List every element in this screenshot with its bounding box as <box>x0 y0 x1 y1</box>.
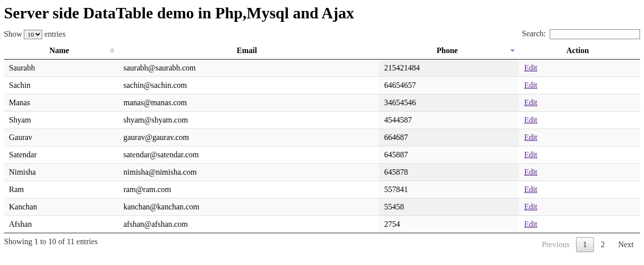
col-header-action[interactable]: Action <box>519 42 640 60</box>
edit-link[interactable]: Edit <box>524 185 537 194</box>
cell-name: Shyam <box>4 112 119 129</box>
col-header-name[interactable]: Name <box>4 42 119 60</box>
search-input[interactable] <box>550 29 640 39</box>
edit-link[interactable]: Edit <box>524 220 537 228</box>
cell-action: Edit <box>519 164 640 181</box>
length-select[interactable]: 10 <box>24 30 42 39</box>
page-button-2[interactable]: 2 <box>594 237 612 252</box>
sort-desc-icon <box>510 50 515 52</box>
table-row: Kanchankanchan@kanchan.com55458Edit <box>4 199 640 216</box>
cell-action: Edit <box>519 199 640 216</box>
edit-link[interactable]: Edit <box>524 81 537 89</box>
cell-action: Edit <box>519 216 640 233</box>
cell-phone: 645887 <box>379 146 519 164</box>
cell-phone: 215421484 <box>379 60 519 77</box>
search-control: Search: <box>522 29 640 39</box>
pagination: Previous12Next <box>535 237 640 252</box>
cell-action: Edit <box>519 181 640 199</box>
cell-phone: 664687 <box>379 129 519 146</box>
table-row: Saurabhsaurabh@saurabh.com215421484Edit <box>4 60 640 77</box>
edit-link[interactable]: Edit <box>524 64 537 72</box>
cell-email: gaurav@gaurav.com <box>119 129 380 146</box>
cell-name: Nimisha <box>4 164 119 181</box>
edit-link[interactable]: Edit <box>524 202 537 211</box>
table-row: Nimishanimisha@nimisha.com645878Edit <box>4 164 640 181</box>
col-header-name-label: Name <box>49 46 69 55</box>
cell-phone: 557841 <box>379 181 519 199</box>
cell-phone: 55458 <box>379 199 519 216</box>
cell-phone: 2754 <box>379 216 519 233</box>
cell-email: kanchan@kanchan.com <box>119 199 380 216</box>
edit-link[interactable]: Edit <box>524 133 537 141</box>
cell-action: Edit <box>519 146 640 164</box>
cell-name: Sachin <box>4 77 119 94</box>
cell-phone: 64654657 <box>379 77 519 94</box>
table-row: Gauravgaurav@gaurav.com664687Edit <box>4 129 640 146</box>
cell-name: Satendar <box>4 146 119 164</box>
edit-link[interactable]: Edit <box>524 150 537 159</box>
length-suffix: entries <box>44 30 65 38</box>
table-row: Afshanafshan@afshan.com2754Edit <box>4 216 640 233</box>
cell-name: Manas <box>4 94 119 112</box>
table-row: Ramram@ram.com557841Edit <box>4 181 640 199</box>
sort-icon <box>110 48 115 54</box>
cell-phone: 645878 <box>379 164 519 181</box>
table-row: Shyamshyam@shyam.com4544587Edit <box>4 112 640 129</box>
cell-phone: 4544587 <box>379 112 519 129</box>
page-title: Server side DataTable demo in Php,Mysql … <box>4 4 640 22</box>
table-row: Satendarsatendar@satendar.com645887Edit <box>4 146 640 164</box>
cell-email: manas@manas.com <box>119 94 380 112</box>
table-row: Manasmanas@manas.com34654546Edit <box>4 94 640 112</box>
previous-button[interactable]: Previous <box>535 237 576 252</box>
length-control: Show 10 entries <box>4 30 65 39</box>
cell-name: Ram <box>4 181 119 199</box>
cell-action: Edit <box>519 112 640 129</box>
cell-email: afshan@afshan.com <box>119 216 380 233</box>
edit-link[interactable]: Edit <box>524 116 537 124</box>
cell-name: Saurabh <box>4 60 119 77</box>
cell-name: Gaurav <box>4 129 119 146</box>
next-button[interactable]: Next <box>612 237 640 252</box>
data-table: Name Email Phone Action Saurabhsaurabh@s… <box>4 42 640 233</box>
cell-email: ram@ram.com <box>119 181 380 199</box>
cell-name: Afshan <box>4 216 119 233</box>
length-prefix: Show <box>4 30 22 38</box>
cell-action: Edit <box>519 60 640 77</box>
cell-email: shyam@shyam.com <box>119 112 380 129</box>
table-info: Showing 1 to 10 of 11 entries <box>4 237 98 246</box>
cell-action: Edit <box>519 94 640 112</box>
col-header-email-label: Email <box>237 46 257 55</box>
cell-email: nimisha@nimisha.com <box>119 164 380 181</box>
edit-link[interactable]: Edit <box>524 168 537 176</box>
search-label: Search: <box>522 29 546 38</box>
cell-email: sachin@sachin.com <box>119 77 380 94</box>
col-header-phone[interactable]: Phone <box>379 42 519 60</box>
col-header-phone-label: Phone <box>437 46 458 55</box>
cell-phone: 34654546 <box>379 94 519 112</box>
cell-email: satendar@satendar.com <box>119 146 380 164</box>
table-row: Sachinsachin@sachin.com64654657Edit <box>4 77 640 94</box>
cell-action: Edit <box>519 129 640 146</box>
cell-action: Edit <box>519 77 640 94</box>
cell-name: Kanchan <box>4 199 119 216</box>
col-header-action-label: Action <box>567 46 589 55</box>
cell-email: saurabh@saurabh.com <box>119 60 380 77</box>
edit-link[interactable]: Edit <box>524 98 537 107</box>
col-header-email[interactable]: Email <box>119 42 380 60</box>
page-button-1[interactable]: 1 <box>576 237 594 252</box>
